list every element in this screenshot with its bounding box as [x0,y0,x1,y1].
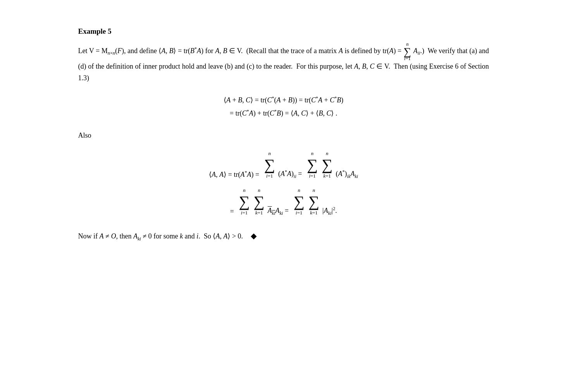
qed-diamond: ◆ [251,231,257,240]
eq1-line1: ⟨A + B, C⟩ = tr(C*(A + B)) = tr(C*A + C*… [224,93,343,107]
equation-block-1: ⟨A + B, C⟩ = tr(C*(A + B)) = tr(C*A + C*… [78,93,489,120]
page-content: Example 5 Let V = Mn×n(F), and define ⟨A… [71,16,497,259]
example-title: Example 5 [78,27,489,36]
sigma3: n ∑ k=1 [322,149,333,181]
sigma2: n ∑ i=1 [307,149,318,181]
also-label: Also [78,131,489,140]
eq2-line2: = n ∑ i=1 n ∑ k=1 AkiAki = n ∑ i=1 n ∑ k… [230,186,337,218]
subscript-nxn: n×n [108,50,115,56]
main-paragraph: Let V = Mn×n(F), and define ⟨A, B⟩ = tr(… [78,42,489,84]
sigma4: n ∑ i=1 [239,186,250,218]
eq2-line1: ⟨A, A⟩ = tr(A*A) = n ∑ i=1 (A*A)ii = n ∑… [209,149,358,181]
equation-block-2: ⟨A, A⟩ = tr(A*A) = n ∑ i=1 (A*A)ii = n ∑… [78,149,489,218]
last-line: Now if A ≠ O, then Aki ≠ 0 for some k an… [78,230,489,243]
sigma5: n ∑ k=1 [253,186,264,218]
eq1-line2: = tr(C*A) + tr(C*B) = ⟨A, C⟩ + ⟨B, C⟩ . [230,107,337,120]
sigma7: n ∑ k=1 [308,186,319,218]
sigma1: n ∑ i=1 [264,149,275,181]
sigma6: n ∑ i=1 [293,186,304,218]
